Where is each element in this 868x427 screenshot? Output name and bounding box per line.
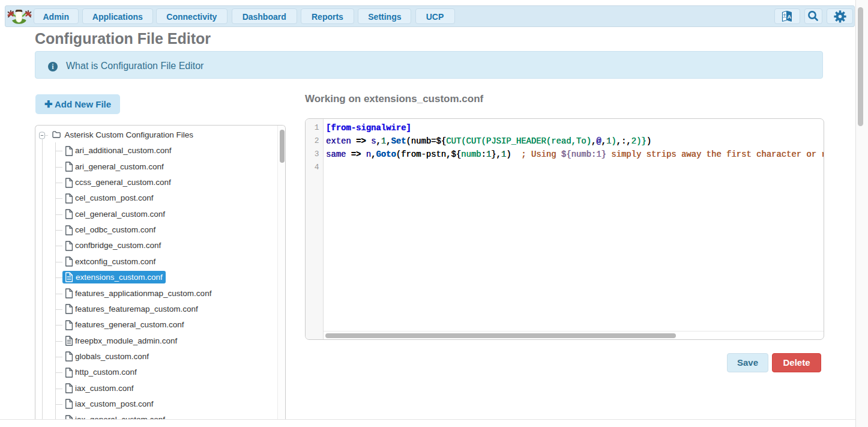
svg-text:A: A: [788, 13, 792, 19]
